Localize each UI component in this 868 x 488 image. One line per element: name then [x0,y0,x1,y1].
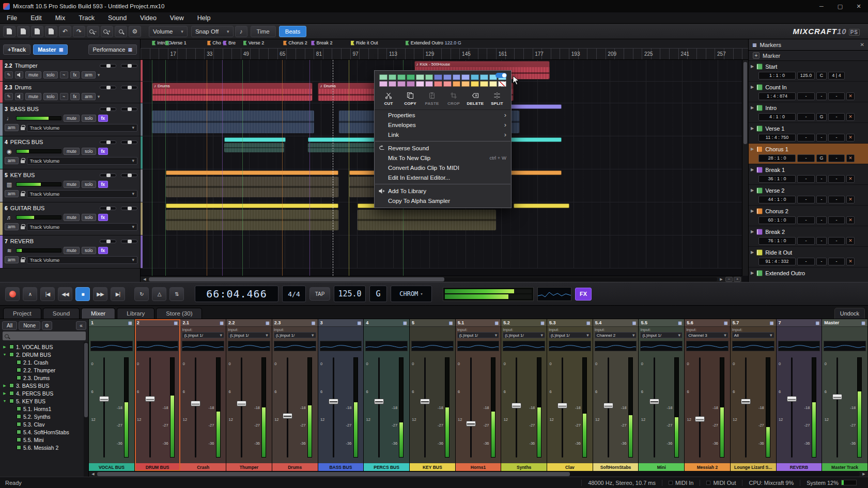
draw-tool-icon[interactable]: ✎ [5,71,13,78]
marker-field[interactable]: - [828,113,845,121]
strip-grid-icon[interactable]: ▦ [678,321,683,325]
marker-field[interactable]: - [828,196,845,203]
fast-forward-button[interactable]: ▶▶ [93,287,107,301]
marker-field[interactable]: - [797,134,815,141]
track-volume-slider[interactable] [100,174,116,177]
strip-eq-display[interactable] [365,341,408,351]
track-visibility-toggle[interactable] [17,375,21,380]
tree-item-1-vocal-bus[interactable]: ▶1. VOCAL BUS [0,343,88,351]
mixer-strip-5-1[interactable]: 5.1▦Input:(L)Input 1/▾0612-18-27-36Horns… [456,319,502,471]
marker-color-chip[interactable] [756,64,763,70]
marker-field[interactable]: - [797,175,815,183]
color-swatch[interactable] [461,74,470,80]
marker-delete-button[interactable]: ✕ [846,113,855,121]
menu-item-convert-audio-clip-to-midi[interactable]: Convert Audio Clip To MIDI [375,163,511,172]
delete-button[interactable]: DELETE [464,90,486,107]
beats-mode-button[interactable]: Beats [279,26,306,37]
scroll-left-icon[interactable]: ◀ [90,472,96,476]
strip-eq-display[interactable] [778,341,820,351]
fx-button[interactable]: fx [98,115,109,122]
marker-position[interactable]: 76 : 1 : 0 [758,237,796,245]
master-fx-button[interactable]: FX [575,288,592,301]
monitor-speaker-icon[interactable] [15,71,23,78]
input-select[interactable]: (L)Input 1/▾ [640,332,683,338]
automation-curve-icon[interactable]: ~ [60,93,68,100]
marker-field[interactable]: - [816,216,827,224]
marker-play-icon[interactable]: ▶ [751,85,754,89]
strip-eq-display[interactable] [503,341,545,351]
rewind-button[interactable]: ◀◀ [58,287,72,301]
color-swatch[interactable] [389,74,397,80]
color-swatch[interactable] [407,74,415,80]
tab-mixer[interactable]: Mixer [81,308,115,319]
color-swatch[interactable] [434,81,442,87]
tree-item-2-1-crash[interactable]: 2.1. Crash [0,358,88,366]
volume-fader[interactable] [466,421,476,427]
volume-fader[interactable] [832,394,842,400]
markers-close-icon[interactable]: ✕ [860,42,864,48]
volume-fader[interactable] [512,403,521,408]
input-select[interactable]: (L)Input 1/▾ [182,332,224,338]
input-select[interactable]: (L)Input 1/▾ [503,332,545,338]
strip-grid-icon[interactable]: ▦ [586,321,591,325]
menu-item-mix-to-new-clip[interactable]: Mix To New Clipctrl + W [375,153,511,163]
mixer-search-input[interactable] [3,332,86,340]
add-track-button[interactable]: +Track [3,44,30,55]
strip-grid-icon[interactable]: ▦ [449,321,453,325]
marker-field[interactable]: - [828,154,845,162]
color-swatch[interactable] [489,81,498,87]
show-all-button[interactable]: All [2,321,17,330]
track-visibility-toggle[interactable] [9,344,14,349]
menu-file[interactable]: File [0,12,24,23]
track-pan-slider[interactable] [121,64,137,68]
tap-tempo-button[interactable]: TAP [309,287,330,301]
marker-color-chip[interactable] [756,167,763,173]
mixer-strip-5[interactable]: 5▦0612-18-27-36KEY BUS [410,319,456,471]
marker-item-verse-2[interactable]: ▶Verse 244 : 1 : 0---✕ [749,185,868,206]
menu-item-reverse-sound[interactable]: Reverse Sound [375,143,511,153]
marker-play-icon[interactable]: ▶ [751,188,754,193]
mute-button[interactable]: mute [64,115,80,122]
scroll-right-icon[interactable]: ▶ [718,277,724,281]
mixer-hscrollbar[interactable]: ◀ ▶ [89,471,868,477]
strip-eq-display[interactable] [90,341,133,351]
solo-button[interactable]: solo [82,181,96,188]
arrange-lane-7[interactable] [141,235,742,269]
input-select[interactable]: All▾ [732,332,774,338]
marker-play-icon[interactable]: ▶ [751,105,754,110]
strip-grid-icon[interactable]: ▦ [403,321,407,325]
strip-name-label[interactable]: BASS BUS [318,463,364,471]
mixer-strip-2-2[interactable]: 2.2▦Input:(L)Input 1/▾0612-18-27-36Thump… [226,319,272,471]
marker-color-chip[interactable] [756,84,763,90]
strip-grid-icon[interactable]: ▦ [495,321,499,325]
volume-fader[interactable] [99,396,109,402]
mixer-hscroll-thumb[interactable] [97,472,570,476]
tab-store-30[interactable]: Store (30) [156,308,202,319]
marker-play-icon[interactable]: ▶ [751,126,754,131]
volume-fader[interactable] [695,416,705,422]
strip-name-label[interactable]: Messiah 2 [685,463,730,471]
marker-color-chip[interactable] [756,249,763,256]
collapse-tree-button[interactable]: « [76,321,86,330]
zoom-out-icon[interactable]: − [87,26,99,37]
automation-type-select[interactable]: Track Volume▾ [27,190,137,198]
fx-button[interactable]: fx [98,214,109,221]
tree-item-5-key-bus[interactable]: ▼5. KEY BUS [0,397,88,405]
menu-item-envelopes[interactable]: Envelopes› [375,120,511,130]
menu-help[interactable]: Help [191,12,218,23]
fx-button[interactable]: fx [70,93,80,100]
marker-field[interactable]: - [797,258,815,265]
menu-mix[interactable]: Mix [49,12,72,23]
mixer-strip-5-5[interactable]: 5.5▦Input:(L)Input 1/▾0612-18-27-36Mini [639,319,685,471]
waveform-region[interactable] [152,111,314,133]
marker-color-chip[interactable] [756,270,763,276]
strip-grid-icon[interactable]: ▦ [358,321,362,325]
volume-fader[interactable] [145,396,155,402]
marker-field[interactable]: G [816,154,827,162]
marker-field[interactable]: - [828,134,845,141]
metronome-button[interactable]: △ [152,287,166,301]
mute-button[interactable]: mute [64,214,80,221]
arm-button[interactable]: arm [5,256,19,263]
marker-item-start[interactable]: ▶Start1 : 1 : 0125.0C4 | 4 [749,61,868,82]
track-visibility-toggle[interactable] [17,360,21,365]
